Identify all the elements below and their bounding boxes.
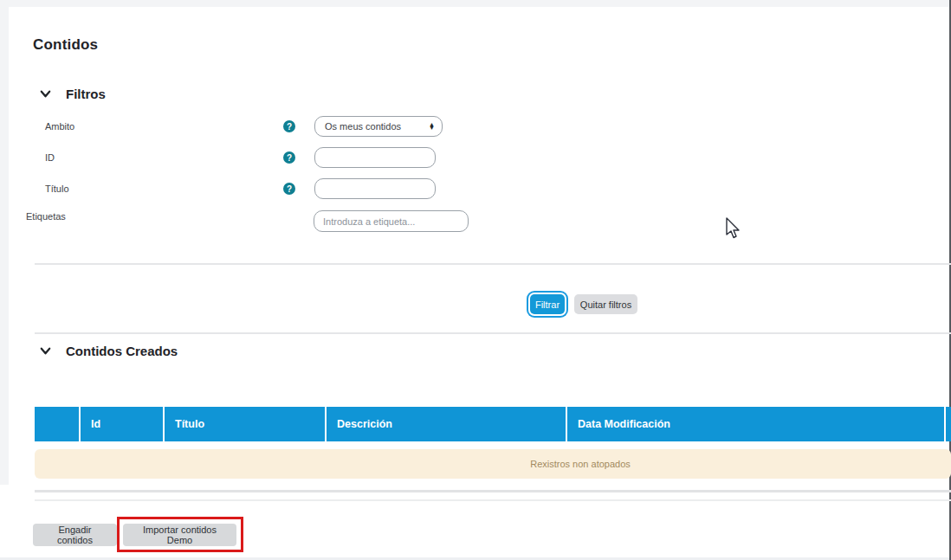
table-col-titulo: Título — [163, 407, 325, 441]
import-demo-contents-button[interactable]: Importar contidos Demo — [123, 524, 236, 546]
mouse-cursor — [724, 216, 741, 241]
add-contents-button[interactable]: Engadir contidos — [33, 524, 117, 546]
select-updown-icon: ▲▼ — [429, 123, 435, 130]
created-contents-section-label: Contidos Creados — [66, 344, 178, 358]
etiquetas-label: Etiquetas — [26, 211, 66, 222]
ambito-help-icon[interactable]: ? — [283, 120, 295, 132]
filters-section-toggle[interactable]: Filtros — [39, 87, 106, 101]
id-label: ID — [45, 152, 55, 163]
table-col-extra — [944, 407, 951, 441]
id-input[interactable] — [314, 147, 436, 168]
created-contents-section-toggle[interactable]: Contidos Creados — [39, 344, 178, 358]
top-gutter — [0, 0, 951, 7]
table-col-data-modificacion: Data Modificación — [566, 407, 944, 441]
contents-table-header: Id Título Descrición Data Modificación — [35, 407, 951, 441]
clear-filters-button[interactable]: Quitar filtros — [574, 294, 637, 314]
ambito-label: Ambito — [45, 121, 74, 132]
filter-button[interactable]: Filtrar — [530, 294, 565, 314]
left-gutter — [0, 7, 9, 485]
chevron-down-icon — [39, 344, 52, 357]
chevron-down-icon — [39, 87, 52, 100]
titulo-input[interactable] — [314, 178, 436, 199]
table-col-actions — [35, 407, 79, 441]
ambito-select-value: Os meus contidos — [325, 121, 429, 132]
etiquetas-input[interactable] — [314, 210, 469, 232]
divider — [35, 499, 951, 501]
titulo-help-icon[interactable]: ? — [283, 183, 295, 195]
empty-results-message: Rexistros non atopados — [530, 459, 631, 469]
table-col-descricion: Descrición — [325, 407, 566, 441]
ambito-select[interactable]: Os meus contidos ▲▼ — [314, 116, 443, 137]
contidos-page: Contidos Filtros Ambito ? Os meus contid… — [0, 0, 951, 560]
page-title: Contidos — [33, 36, 98, 54]
empty-results-alert — [35, 449, 951, 479]
filters-section-label: Filtros — [66, 87, 106, 101]
divider — [35, 332, 951, 334]
id-help-icon[interactable]: ? — [283, 151, 295, 164]
table-col-id: Id — [79, 407, 163, 441]
divider — [35, 263, 951, 265]
titulo-label: Título — [45, 183, 69, 194]
divider — [35, 490, 951, 492]
